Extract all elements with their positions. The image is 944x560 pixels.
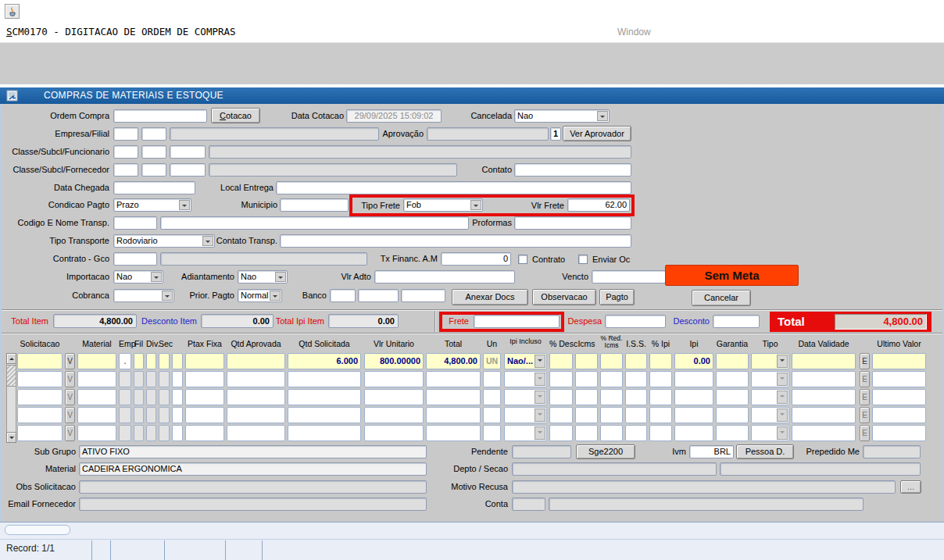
grid-qtd_solicitada-row2[interactable] [288, 371, 361, 387]
despesa-input[interactable] [605, 315, 666, 328]
chevron-down-icon[interactable] [535, 355, 545, 368]
chevron-down-icon[interactable] [597, 111, 608, 121]
grid-p_ipi-row1[interactable] [649, 353, 672, 369]
cobranca-select[interactable] [113, 289, 174, 302]
grid-ipi-row3[interactable] [674, 389, 713, 405]
grid-ipi_incluso-row4[interactable] [504, 407, 547, 423]
grid-material-row4[interactable] [77, 407, 116, 423]
grid-data_validade-row5[interactable] [792, 425, 856, 441]
local-entrega-input[interactable] [276, 181, 631, 194]
grid-data_validade-row2[interactable] [792, 371, 856, 387]
grid-ptax_fixa-row5[interactable] [185, 425, 224, 441]
vencto-input[interactable] [592, 270, 666, 284]
vlr-adto-input[interactable] [374, 270, 515, 284]
banco-input-1[interactable] [330, 289, 356, 302]
classe-func-input-2[interactable] [141, 145, 166, 159]
tx-financ-input[interactable]: 0 [441, 252, 511, 266]
chevron-down-icon[interactable] [162, 291, 173, 301]
grid-garantia-row1[interactable] [716, 353, 749, 369]
grid-qtd_aprovada-row1[interactable] [227, 353, 285, 369]
cancelar-button[interactable]: Cancelar [692, 290, 751, 306]
contrato-gco-input[interactable] [113, 252, 157, 266]
contrato-checkbox[interactable] [518, 255, 527, 264]
grid-vlr_unitario-row5[interactable] [364, 425, 424, 441]
frete-input[interactable] [474, 315, 560, 328]
contato-input[interactable] [514, 163, 631, 177]
grid-iss-row5[interactable] [625, 425, 647, 441]
grid-ipi-row1[interactable]: 0.00 [674, 353, 713, 369]
grid-v-row5[interactable]: V [65, 425, 75, 441]
grid-ipi_incluso-row2[interactable] [504, 371, 547, 387]
grid-p_red_icms-row5[interactable] [600, 425, 623, 441]
grid-ptax_fixa-row1[interactable] [185, 353, 224, 369]
grid-un-row1[interactable]: UN [483, 353, 501, 369]
grid-material-row3[interactable] [77, 389, 116, 405]
grid-tipo-row2[interactable] [751, 371, 789, 387]
grid-solicitacao-row5[interactable] [17, 425, 63, 441]
chevron-down-icon[interactable] [179, 200, 190, 210]
chevron-down-icon[interactable] [275, 272, 286, 282]
grid-icms-row5[interactable] [575, 425, 598, 441]
cancelada-select[interactable]: Nao [514, 109, 610, 123]
grid-p_desc-row2[interactable] [549, 371, 573, 387]
grid-total-row5[interactable] [426, 425, 481, 441]
grid-x2-row3[interactable] [172, 389, 183, 405]
grid-emp-row1[interactable]: . [119, 353, 131, 369]
grid-data_validade-row1[interactable] [792, 353, 856, 369]
grid-p_red_icms-row1[interactable] [600, 353, 623, 369]
grid-p_desc-row4[interactable] [549, 407, 573, 423]
condicao-pagto-select[interactable]: Prazo [113, 198, 191, 212]
grid-ultimo_valor-row3[interactable] [872, 389, 926, 405]
contato-transp-input[interactable] [280, 234, 631, 248]
grid-p_red_icms-row2[interactable] [600, 371, 623, 387]
grid-data_validade-row3[interactable] [792, 389, 856, 405]
grid-e-row4[interactable]: E [860, 407, 870, 423]
adiantamento-select[interactable]: Nao [238, 270, 288, 284]
horizontal-scrollbar-thumb[interactable] [5, 525, 70, 535]
filial-input[interactable] [141, 127, 166, 141]
banco-input-2[interactable] [358, 289, 399, 302]
grid-p_ipi-row2[interactable] [649, 371, 672, 387]
scroll-down-button[interactable] [6, 432, 16, 443]
data-chegada-input[interactable] [113, 181, 195, 194]
grid-garantia-row4[interactable] [716, 407, 749, 423]
grid-ptax_fixa-row3[interactable] [185, 389, 224, 405]
pessoa-d-button[interactable]: Pessoa D. [736, 444, 794, 459]
grid-p_desc-row1[interactable] [549, 353, 573, 369]
chevron-down-icon[interactable] [151, 272, 162, 282]
grid-e-row1[interactable]: E [860, 353, 870, 369]
grid-qtd_solicitada-row3[interactable] [288, 389, 361, 405]
grid-tipo-row5[interactable] [751, 425, 789, 441]
prior-pagto-select[interactable]: Normal [238, 289, 282, 302]
grid-p_ipi-row4[interactable] [649, 407, 672, 423]
ver-aprovador-button[interactable]: Ver Aprovador [563, 126, 631, 141]
classe-forn-input-1[interactable] [113, 163, 138, 177]
grid-vlr_unitario-row3[interactable] [364, 389, 424, 405]
grid-material-row5[interactable] [77, 425, 116, 441]
classe-forn-input-2[interactable] [141, 163, 166, 177]
cotacao-button[interactable]: Cotacao [211, 108, 260, 123]
sem-meta-button[interactable]: Sem Meta [665, 265, 799, 286]
tipo-frete-select[interactable]: Fob [403, 198, 483, 212]
grid-ultimo_valor-row5[interactable] [872, 425, 926, 441]
grid-qtd_aprovada-row5[interactable] [227, 425, 285, 441]
grid-icms-row4[interactable] [575, 407, 598, 423]
chevron-down-icon[interactable] [470, 200, 481, 210]
grid-ipi-row2[interactable] [674, 371, 713, 387]
scroll-up-button[interactable] [6, 353, 16, 364]
codigo-transp-input[interactable] [113, 216, 157, 230]
classe-forn-input-3[interactable] [170, 163, 206, 177]
chevron-down-icon[interactable] [777, 355, 788, 368]
grid-qtd_solicitada-row4[interactable] [288, 407, 361, 423]
grid-solicitacao-row2[interactable] [17, 371, 63, 387]
grid-un-row2[interactable] [483, 371, 501, 387]
grid-ptax_fixa-row2[interactable] [185, 371, 224, 387]
ordem-compra-input[interactable] [113, 109, 207, 123]
grid-solicitacao-row1[interactable] [17, 353, 63, 369]
grid-e-row2[interactable]: E [860, 371, 870, 387]
grid-v-row3[interactable]: V [65, 389, 75, 405]
nome-transp-input[interactable] [160, 216, 469, 230]
grid-total-row1[interactable]: 4,800.00 [426, 353, 481, 369]
grid-qtd_aprovada-row2[interactable] [227, 371, 285, 387]
grid-sec-row1[interactable] [159, 353, 170, 369]
